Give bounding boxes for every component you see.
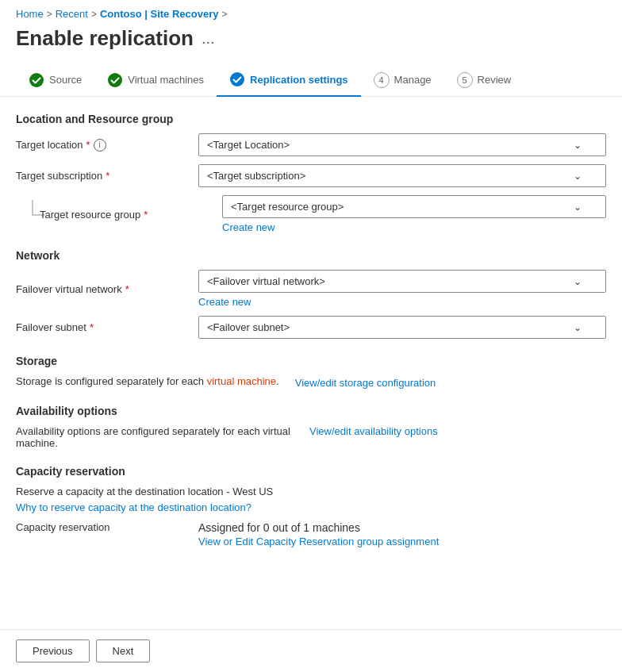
target-subscription-value: <Target subscription> xyxy=(207,170,305,182)
failover-vnet-label: Failover virtual network * xyxy=(16,283,190,295)
availability-section: Availability options Availability option… xyxy=(16,405,606,449)
wizard-steps: Source Virtual machines Replication sett… xyxy=(0,63,622,97)
step-review-label: Review xyxy=(478,74,512,86)
target-subscription-dropdown[interactable]: <Target subscription> ⌄ xyxy=(198,164,606,187)
capacity-why-link[interactable]: Why to reserve capacity at the destinati… xyxy=(16,501,251,513)
review-circle: 5 xyxy=(457,72,473,88)
ellipsis-menu[interactable]: ... xyxy=(202,29,215,48)
breadcrumb-sep-3: > xyxy=(222,9,228,20)
target-location-required: * xyxy=(86,139,90,151)
storage-row: Storage is configured separately for eac… xyxy=(16,375,606,390)
manage-circle: 4 xyxy=(374,72,390,88)
storage-title: Storage xyxy=(16,355,606,367)
storage-desc-part2: . xyxy=(276,375,279,387)
step-replication-settings[interactable]: Replication settings xyxy=(217,63,361,97)
target-resource-group-required: * xyxy=(144,209,148,221)
target-location-label: Target location * i xyxy=(16,139,190,152)
target-location-arrow: ⌄ xyxy=(574,140,582,151)
failover-subnet-dropdown[interactable]: <Failover subnet> ⌄ xyxy=(198,316,606,339)
page-title: Enable replication xyxy=(16,26,194,51)
source-check-icon xyxy=(29,72,44,88)
breadcrumb-recent[interactable]: Recent xyxy=(56,8,88,20)
target-resource-group-row: Target resource group * <Target resource… xyxy=(40,195,606,233)
target-subscription-arrow: ⌄ xyxy=(574,171,582,182)
breadcrumb-contoso: Contoso | Site Recovery xyxy=(100,8,219,20)
failover-vnet-row: Failover virtual network * <Failover vir… xyxy=(16,270,606,308)
network-section: Network Failover virtual network * <Fail… xyxy=(16,249,606,339)
failover-subnet-arrow: ⌄ xyxy=(574,322,582,333)
storage-desc-highlight: virtual machine xyxy=(207,375,276,387)
breadcrumb-sep-2: > xyxy=(91,9,97,20)
failover-vnet-dropdown[interactable]: <Failover virtual network> ⌄ xyxy=(198,270,606,293)
breadcrumb: Home > Recent > Contoso | Site Recovery … xyxy=(0,0,622,23)
target-location-control: <Target Location> ⌄ xyxy=(198,133,606,156)
availability-description: Availability options are configured sepa… xyxy=(16,425,294,449)
step-virtual-machines[interactable]: Virtual machines xyxy=(94,64,217,96)
step-replication-settings-label: Replication settings xyxy=(250,74,348,86)
target-resource-group-control: <Target resource group> ⌄ Create new xyxy=(222,195,606,233)
step-source[interactable]: Source xyxy=(16,64,94,96)
svg-point-1 xyxy=(108,73,122,87)
target-location-value: <Target Location> xyxy=(207,139,290,151)
step-review[interactable]: 5 Review xyxy=(444,64,524,96)
capacity-section: Capacity reservation Reserve a capacity … xyxy=(16,465,606,547)
previous-button[interactable]: Previous xyxy=(16,639,90,662)
network-title: Network xyxy=(16,249,606,262)
target-resource-group-value: <Target resource group> xyxy=(231,201,344,213)
step-manage-label: Manage xyxy=(394,74,432,86)
target-subscription-row: Target subscription * <Target subscripti… xyxy=(16,164,606,187)
capacity-assigned-text: Assigned for 0 out of 1 machines xyxy=(198,521,439,534)
failover-vnet-required: * xyxy=(125,283,129,295)
target-location-dropdown[interactable]: <Target Location> ⌄ xyxy=(198,133,606,156)
target-subscription-label: Target subscription * xyxy=(16,170,190,182)
replication-settings-check-icon xyxy=(229,71,245,87)
capacity-info: Assigned for 0 out of 1 machines View or… xyxy=(198,521,439,547)
storage-edit-link[interactable]: View/edit storage configuration xyxy=(295,377,436,389)
target-location-info-icon[interactable]: i xyxy=(94,139,106,152)
failover-subnet-label: Failover subnet * xyxy=(16,321,190,333)
location-resource-group-section: Location and Resource group Target locat… xyxy=(16,113,606,233)
capacity-reservation-label: Capacity reservation xyxy=(16,521,190,533)
step-virtual-machines-label: Virtual machines xyxy=(128,74,204,86)
step-manage[interactable]: 4 Manage xyxy=(361,64,444,96)
failover-vnet-value: <Failover virtual network> xyxy=(207,275,325,287)
next-button[interactable]: Next xyxy=(96,639,151,662)
failover-subnet-control: <Failover subnet> ⌄ xyxy=(198,316,606,339)
content-area: Location and Resource group Target locat… xyxy=(0,113,622,579)
breadcrumb-home[interactable]: Home xyxy=(16,8,44,20)
capacity-description: Reserve a capacity at the destination lo… xyxy=(16,486,606,497)
failover-subnet-required: * xyxy=(90,321,94,333)
create-new-resource-group[interactable]: Create new xyxy=(222,221,275,233)
availability-row: Availability options are configured sepa… xyxy=(16,425,606,449)
storage-description: Storage is configured separately for eac… xyxy=(16,375,279,387)
capacity-reservation-row: Capacity reservation Assigned for 0 out … xyxy=(16,521,606,547)
svg-point-2 xyxy=(230,72,244,86)
capacity-edit-link[interactable]: View or Edit Capacity Reservation group … xyxy=(198,536,439,547)
failover-vnet-control: <Failover virtual network> ⌄ Create new xyxy=(198,270,606,308)
breadcrumb-sep-1: > xyxy=(47,9,52,20)
footer-bar: Previous Next xyxy=(0,629,622,672)
page-title-row: Enable replication ... xyxy=(0,23,622,63)
failover-subnet-value: <Failover subnet> xyxy=(207,321,290,333)
target-resource-group-arrow: ⌄ xyxy=(574,202,582,213)
failover-subnet-row: Failover subnet * <Failover subnet> ⌄ xyxy=(16,316,606,339)
target-resource-group-dropdown[interactable]: <Target resource group> ⌄ xyxy=(222,195,606,218)
capacity-title: Capacity reservation xyxy=(16,465,606,478)
storage-desc-part1: Storage is configured separately for eac… xyxy=(16,375,207,387)
create-new-network[interactable]: Create new xyxy=(198,296,251,308)
target-resource-group-label: Target resource group * xyxy=(40,209,214,221)
target-location-row: Target location * i <Target Location> ⌄ xyxy=(16,133,606,156)
availability-edit-link[interactable]: View/edit availability options xyxy=(309,425,438,437)
failover-vnet-arrow: ⌄ xyxy=(574,276,582,287)
svg-point-0 xyxy=(29,73,44,87)
location-resource-group-title: Location and Resource group xyxy=(16,113,606,125)
availability-title: Availability options xyxy=(16,405,606,417)
target-subscription-control: <Target subscription> ⌄ xyxy=(198,164,606,187)
virtual-machines-check-icon xyxy=(107,72,123,88)
storage-section: Storage Storage is configured separately… xyxy=(16,355,606,390)
target-subscription-required: * xyxy=(106,170,109,182)
step-source-label: Source xyxy=(49,74,82,86)
